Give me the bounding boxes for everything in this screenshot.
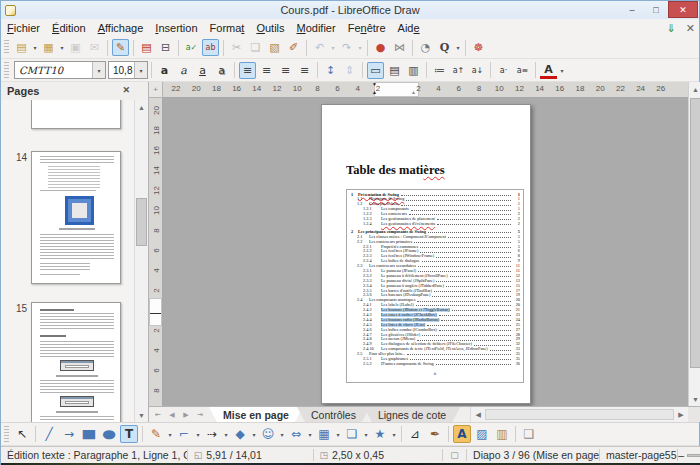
toc-text-frame[interactable]: 1Présentation de Swing11.1Historique de … bbox=[346, 189, 524, 383]
paste-icon[interactable]: ▧ bbox=[266, 39, 283, 56]
block-arrows-dropdown[interactable]: ▾ bbox=[306, 426, 314, 443]
valign-bottom-icon[interactable]: ▥ bbox=[405, 62, 422, 79]
shadow-icon[interactable]: a bbox=[213, 62, 230, 79]
master-page-name[interactable]: master-page55 bbox=[600, 447, 677, 463]
maximize-button[interactable]: □ bbox=[644, 1, 668, 18]
paragraph-spacing-icon[interactable]: ⇕ bbox=[341, 62, 358, 79]
stars-icon[interactable]: ★ bbox=[371, 425, 389, 443]
open-icon[interactable]: ▦ bbox=[40, 39, 57, 56]
align-center-icon[interactable]: ≡ bbox=[258, 62, 275, 79]
symbol-shapes-icon[interactable]: ☺ bbox=[259, 425, 277, 443]
menu-fenetre[interactable]: Fenêtre bbox=[342, 20, 392, 36]
scroll-right-icon[interactable]: ▶ bbox=[674, 407, 688, 422]
bold-icon[interactable]: a bbox=[156, 62, 173, 79]
text-icon[interactable]: T bbox=[120, 425, 138, 443]
valign-center-icon[interactable]: ▭ bbox=[367, 62, 384, 79]
font-color-icon[interactable]: A bbox=[540, 64, 557, 79]
clone-formatting-icon[interactable]: ✐ bbox=[285, 39, 302, 56]
menu-aide[interactable]: Aide bbox=[392, 20, 426, 36]
symbol-shapes-dropdown[interactable]: ▾ bbox=[278, 426, 286, 443]
pages-scrollbar[interactable]: ▲ ▼ bbox=[134, 100, 148, 422]
gallery-icon[interactable]: ▥ bbox=[493, 425, 511, 443]
fontwork-icon[interactable]: A bbox=[453, 425, 471, 443]
connector-dropdown[interactable]: ▾ bbox=[194, 426, 202, 443]
page-thumbnail-partial[interactable] bbox=[31, 100, 121, 129]
menu-edition[interactable]: Édition bbox=[46, 20, 92, 36]
menu-fichier[interactable]: Fichier bbox=[1, 20, 46, 36]
email-icon[interactable]: ✉ bbox=[86, 39, 103, 56]
minimize-button[interactable]: – bbox=[620, 1, 644, 18]
arrow-icon[interactable]: → bbox=[60, 425, 78, 443]
curve-icon[interactable]: ✎ bbox=[147, 425, 165, 443]
snap-lines-icon[interactable]: ⋈ bbox=[391, 39, 408, 56]
layer-tab-mise-en-page[interactable]: Mise en page bbox=[209, 407, 303, 422]
menu-modifier[interactable]: Modifier bbox=[291, 20, 342, 36]
font-name-dropdown-icon[interactable]: ▾ bbox=[92, 62, 105, 78]
font-name-combo[interactable]: CMTT10 ▾ bbox=[14, 61, 106, 79]
update-available-icon[interactable]: ⇓ bbox=[667, 22, 676, 35]
navigator-icon[interactable]: ◔ bbox=[417, 39, 434, 56]
paragraph-dialog-icon[interactable]: a≡ bbox=[514, 62, 531, 79]
align-left-icon[interactable]: ≡ bbox=[239, 62, 256, 79]
ellipse-icon[interactable]: ● bbox=[97, 425, 121, 443]
open-dropdown[interactable]: ▾ bbox=[58, 39, 66, 56]
close-button[interactable]: ✕ bbox=[668, 1, 698, 18]
glue-points-icon[interactable]: ✒ bbox=[426, 425, 444, 443]
menu-format[interactable]: Format bbox=[204, 20, 251, 36]
next-page-button[interactable]: ▶ bbox=[179, 408, 193, 422]
scroll-down-icon[interactable]: ▼ bbox=[689, 392, 700, 406]
align-justify-icon[interactable]: ≡ bbox=[296, 62, 313, 79]
scroll-up-icon[interactable]: ▲ bbox=[689, 82, 700, 96]
callouts-dropdown[interactable]: ▾ bbox=[362, 426, 370, 443]
export-pdf-icon[interactable]: ▤ bbox=[138, 39, 155, 56]
close-document-icon[interactable]: ✕ bbox=[686, 22, 695, 35]
zoom-slider[interactable] bbox=[687, 454, 700, 457]
valign-top-icon[interactable]: ▤ bbox=[386, 62, 403, 79]
help-icon[interactable]: ☸ bbox=[470, 39, 487, 56]
toolbar-grip[interactable] bbox=[4, 62, 9, 77]
first-page-button[interactable]: ⇤ bbox=[151, 408, 165, 422]
page-thumbnail-15[interactable] bbox=[31, 302, 121, 422]
decrease-font-icon[interactable]: a↓ bbox=[469, 62, 486, 79]
redo-icon[interactable]: ↷ bbox=[338, 39, 355, 56]
scroll-left-icon[interactable]: ◀ bbox=[471, 407, 485, 422]
character-dialog-icon[interactable]: a· bbox=[495, 62, 512, 79]
drawing-canvas[interactable]: Table des matières 1Présentation de Swin… bbox=[163, 98, 688, 406]
lines-arrows-icon[interactable]: ⇢ bbox=[203, 425, 221, 443]
hyperlink-icon[interactable]: ● bbox=[372, 39, 389, 56]
canvas-horizontal-scrollbar[interactable]: ◀ ▶ bbox=[470, 407, 688, 422]
scroll-down-icon[interactable]: ▼ bbox=[135, 408, 148, 422]
undo-icon[interactable]: ↶ bbox=[311, 39, 328, 56]
font-color-dropdown[interactable]: ▾ bbox=[558, 62, 566, 79]
italic-icon[interactable]: a bbox=[175, 62, 192, 79]
bullets-icon[interactable]: ≔ bbox=[431, 62, 448, 79]
scrollbar-thumb[interactable] bbox=[690, 98, 700, 368]
line-icon[interactable]: ╱ bbox=[40, 425, 58, 443]
undo-dropdown[interactable]: ▾ bbox=[329, 39, 337, 56]
block-arrows-icon[interactable]: ⇔ bbox=[287, 425, 305, 443]
toolbar-grip[interactable] bbox=[4, 426, 9, 441]
basic-shapes-icon[interactable]: ◆ bbox=[231, 425, 249, 443]
redo-dropdown[interactable]: ▾ bbox=[356, 39, 364, 56]
layer-tab-contr-les[interactable]: Contrôles bbox=[297, 407, 370, 422]
new-document-icon[interactable]: ▤ bbox=[13, 39, 30, 56]
toolbar-grip[interactable] bbox=[4, 40, 9, 55]
edit-mode-icon[interactable]: ✎ bbox=[112, 39, 129, 56]
menu-insertion[interactable]: Insertion bbox=[149, 20, 203, 36]
flowchart-dropdown[interactable]: ▾ bbox=[334, 426, 342, 443]
zoom-dropdown[interactable]: ▾ bbox=[454, 39, 462, 56]
zoom-icon[interactable]: Q bbox=[436, 39, 453, 56]
spellcheck-icon[interactable]: a✓ bbox=[183, 39, 200, 56]
document-page[interactable]: Table des matières 1Présentation de Swin… bbox=[321, 104, 531, 404]
points-icon[interactable]: ⊿ bbox=[406, 425, 424, 443]
copy-icon[interactable]: ❏ bbox=[247, 39, 264, 56]
underline-icon[interactable]: a bbox=[194, 62, 211, 79]
last-page-button[interactable]: ⇥ bbox=[193, 408, 207, 422]
auto-spellcheck-icon[interactable]: ab bbox=[202, 39, 219, 56]
stars-dropdown[interactable]: ▾ bbox=[390, 426, 398, 443]
font-size-combo[interactable]: 10,8 ▾ bbox=[108, 61, 148, 79]
line-spacing-icon[interactable]: ↕ bbox=[322, 62, 339, 79]
previous-page-button[interactable]: ◀ bbox=[165, 408, 179, 422]
pages-panel-close-icon[interactable]: ✕ bbox=[122, 85, 130, 95]
print-icon[interactable]: ⊟ bbox=[157, 39, 174, 56]
